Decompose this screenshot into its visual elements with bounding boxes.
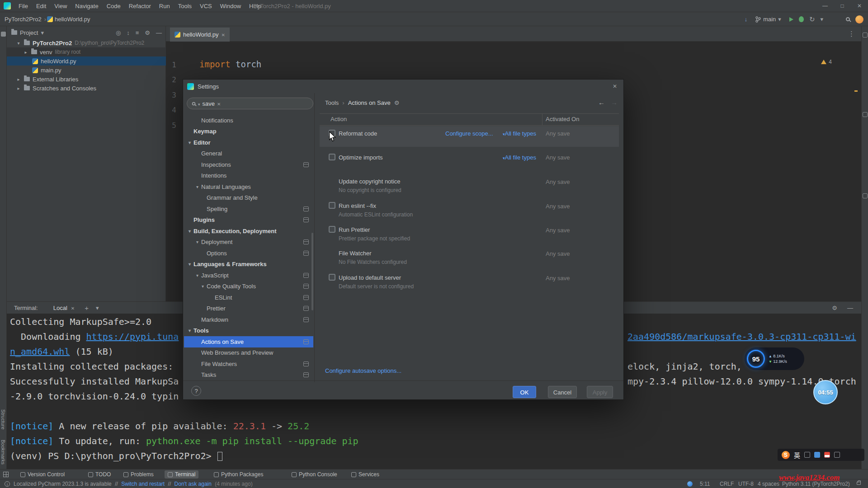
menu-file[interactable]: File — [14, 0, 32, 12]
git-branch-button[interactable]: main — [753, 15, 784, 23]
menu-run[interactable]: Run — [155, 0, 174, 12]
toolbar-terminal[interactable]: Terminal — [165, 470, 198, 479]
settings-node-prettier[interactable]: Prettier — [184, 303, 313, 314]
toolbar-python-packages[interactable]: Python Packages — [211, 470, 266, 479]
ok-button[interactable]: OK — [513, 386, 536, 398]
settings-node-eslint[interactable]: ESLint — [184, 292, 313, 303]
run-eslint-checkbox[interactable] — [329, 202, 335, 209]
panel-options-gear-icon[interactable] — [145, 29, 150, 36]
back-arrow-icon[interactable] — [598, 99, 605, 106]
settings-node-tools[interactable]: Tools — [184, 325, 313, 337]
project-panel-title[interactable]: Project — [20, 29, 38, 36]
configure-scope-link[interactable]: Configure scope... — [445, 130, 493, 137]
settings-node-general[interactable]: General — [184, 148, 313, 160]
run-prettier-checkbox[interactable] — [329, 226, 335, 233]
menu-code[interactable]: Code — [103, 0, 125, 12]
optimize-imports-checkbox[interactable] — [329, 154, 335, 160]
terminal-settings-gear-icon[interactable] — [832, 305, 837, 311]
ime-language[interactable]: 英 — [794, 450, 800, 460]
configure-autosave-link[interactable]: Configure autosave options... — [325, 367, 401, 374]
recording-timer-widget[interactable]: 04:55 — [813, 380, 838, 404]
settings-node-editor[interactable]: Editor — [184, 137, 313, 148]
menu-edit[interactable]: Edit — [32, 0, 50, 12]
locate-file-icon[interactable] — [116, 29, 121, 36]
terminal-hide-icon[interactable] — [847, 305, 853, 311]
tree-item-external-libraries[interactable]: External Libraries — [7, 75, 166, 84]
breadcrumb-tools[interactable]: Tools — [325, 99, 339, 106]
settings-node-notifications[interactable]: Notifications — [184, 115, 313, 126]
breadcrumb-file[interactable]: helloWorld.py — [53, 16, 92, 23]
hide-panel-icon[interactable] — [156, 29, 162, 36]
vcs-update-icon[interactable] — [745, 16, 748, 23]
tree-item-scratches[interactable]: Scratches and Consoles — [7, 84, 166, 93]
maximize-button[interactable] — [834, 0, 851, 12]
terminal-prompt[interactable]: (venv) PS D:\python_pro\PyTorch2Pro2> — [10, 450, 222, 461]
file-types-dropdown[interactable]: All file types — [501, 130, 536, 137]
tab-options-icon[interactable] — [848, 30, 855, 38]
profile-avatar[interactable] — [855, 15, 863, 23]
line-separator-indicator[interactable]: CRLF — [720, 481, 734, 487]
dont-ask-link[interactable]: Don't ask again — [175, 481, 212, 487]
settings-node-file-watchers[interactable]: File Watchers — [184, 358, 313, 370]
settings-node-keymap[interactable]: Keymap — [184, 126, 313, 137]
settings-node-options[interactable]: Options — [184, 248, 313, 259]
breadcrumb-project[interactable]: PyTorch2Pro2 — [3, 16, 43, 23]
menu-refactor[interactable]: Refactor — [125, 0, 155, 12]
settings-node-grammar-style[interactable]: Grammar and Style — [184, 192, 313, 204]
tab-close-icon[interactable] — [222, 31, 225, 38]
settings-search-input[interactable]: save — [187, 98, 313, 109]
update-indicator-icon[interactable] — [687, 481, 693, 487]
settings-node-deployment[interactable]: Deployment — [184, 237, 313, 248]
input-method-toolbar[interactable]: S 英 — [778, 449, 864, 461]
project-tool-icon[interactable] — [1, 32, 6, 37]
menu-navigate[interactable]: Navigate — [71, 0, 102, 12]
stripe-bookmarks-label[interactable]: Bookmarks — [0, 440, 6, 465]
inspections-widget[interactable]: 4 — [821, 59, 832, 65]
settings-node-web-browsers[interactable]: Web Browsers and Preview — [184, 347, 313, 359]
switch-restart-link[interactable]: Switch and restart — [121, 481, 165, 487]
terminal-tab-local[interactable]: Local — [53, 305, 67, 311]
network-speed-widget[interactable]: 95 8.1K/s 12.9K/s — [745, 347, 804, 370]
ime-tool-icon[interactable] — [814, 452, 820, 458]
caret-position[interactable]: 5:11 — [700, 481, 710, 487]
settings-dialog-titlebar[interactable]: Settings — [183, 80, 623, 93]
debug-button[interactable] — [799, 16, 804, 22]
settings-node-build-execution[interactable]: Build, Execution, Deployment — [184, 225, 313, 237]
close-button[interactable] — [851, 0, 868, 12]
settings-node-code-quality[interactable]: Code Quality Tools — [184, 281, 313, 292]
ime-tool-icon[interactable] — [804, 452, 810, 458]
settings-node-intentions[interactable]: Intentions — [184, 170, 313, 182]
terminal-tab-close-icon[interactable] — [67, 305, 75, 311]
page-options-gear-icon[interactable] — [394, 99, 400, 106]
settings-node-tasks[interactable]: Tasks — [184, 370, 313, 381]
dialog-close-icon[interactable] — [613, 83, 617, 89]
settings-node-natural-languages[interactable]: Natural Languages — [184, 181, 313, 192]
encoding-indicator[interactable]: UTF-8 — [738, 481, 754, 487]
project-view-chevron-icon[interactable] — [41, 29, 44, 36]
ime-tool-icon[interactable] — [824, 452, 830, 458]
right-tool-icon[interactable] — [863, 112, 868, 117]
settings-node-plugins[interactable]: Plugins — [184, 215, 313, 226]
settings-node-markdown[interactable]: Markdown — [184, 314, 313, 325]
toolbar-problems[interactable]: Problems — [120, 470, 157, 479]
tree-item-main[interactable]: main.py — [7, 66, 166, 75]
notifications-icon[interactable] — [863, 33, 868, 38]
menu-tools[interactable]: Tools — [174, 0, 196, 12]
run-options-chevron-icon[interactable] — [820, 16, 823, 23]
right-tool-icon[interactable] — [863, 193, 868, 198]
event-info-icon[interactable]: i — [5, 481, 10, 487]
collapse-all-icon[interactable] — [136, 29, 139, 36]
help-button[interactable]: ? — [191, 386, 201, 396]
cancel-button[interactable]: Cancel — [548, 386, 577, 398]
tool-window-switcher-icon[interactable] — [3, 472, 9, 477]
terminal-dropdown-icon[interactable] — [89, 305, 99, 311]
editor-tab-helloworld[interactable]: helloWorld.py — [170, 28, 230, 42]
expand-all-icon[interactable] — [127, 29, 130, 36]
tree-item-venv[interactable]: venv library root — [7, 47, 166, 56]
minimize-button[interactable] — [816, 0, 834, 12]
settings-node-actions-on-save[interactable]: Actions on Save — [184, 336, 313, 347]
toolbar-todo[interactable]: TODO — [85, 470, 114, 479]
menu-vcs[interactable]: VCS — [196, 0, 216, 12]
toolbar-services[interactable]: Services — [348, 470, 382, 479]
search-everywhere-icon[interactable] — [846, 17, 850, 21]
